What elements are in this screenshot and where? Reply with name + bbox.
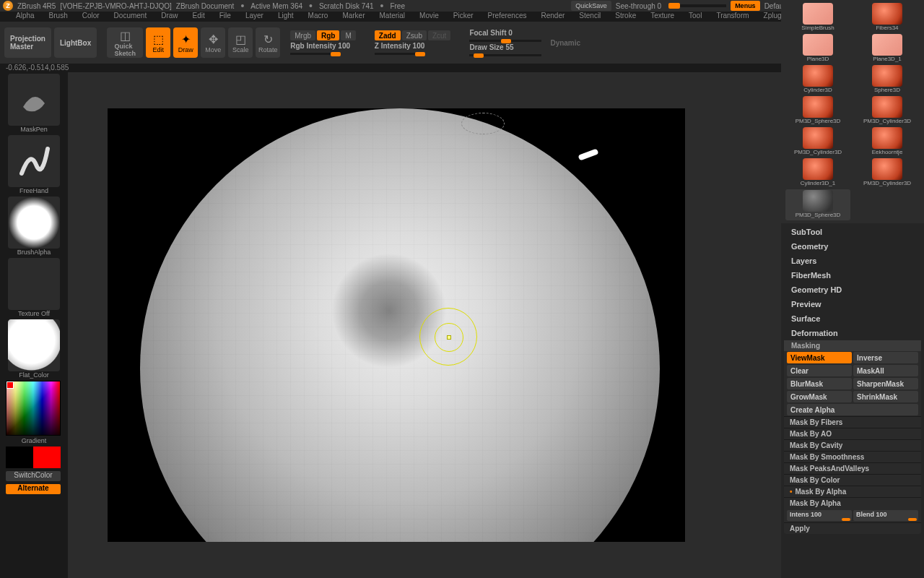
menu-preferences[interactable]: Preferences — [481, 12, 534, 22]
menu-edit[interactable]: Edit — [186, 12, 212, 22]
lightbox-button[interactable]: LightBox — [54, 27, 97, 58]
m-chip[interactable]: M — [341, 30, 355, 40]
clear-button[interactable]: Clear — [787, 365, 852, 376]
menu-transform[interactable]: Transform — [709, 12, 756, 22]
z-intensity-slider[interactable] — [375, 53, 425, 55]
maskall-button[interactable]: MaskAll — [853, 365, 918, 376]
tool-pm3d_cylinder3d[interactable]: PM3D_Cylinder3D — [785, 127, 850, 157]
quicksave-button[interactable]: QuickSave — [571, 1, 611, 11]
section-subtool[interactable]: SubTool — [781, 225, 924, 239]
draw-size-label[interactable]: Draw Size 55 — [469, 43, 541, 51]
createalpha-button[interactable]: Create Alpha — [787, 404, 918, 415]
shrinkmask-button[interactable]: ShrinkMask — [853, 391, 918, 402]
blend-slider[interactable]: Blend 100 — [853, 510, 918, 521]
apply-button[interactable]: Apply — [784, 522, 921, 534]
tool-cylinder3d[interactable]: Cylinder3D — [785, 65, 850, 95]
draw-button[interactable]: ✦Draw — [173, 27, 198, 58]
section-deformation[interactable]: Deformation — [781, 326, 924, 340]
menus-button[interactable]: Menus — [731, 1, 760, 11]
menu-alpha[interactable]: Alpha — [9, 12, 42, 22]
mask-option[interactable]: Mask By Cavity — [784, 439, 921, 451]
edit-button[interactable]: ⬚Edit — [146, 27, 170, 58]
menu-file[interactable]: File — [212, 12, 238, 22]
material-thumb[interactable] — [8, 319, 60, 371]
tool-plane3d_1[interactable]: Plane3D_1 — [855, 34, 920, 64]
menu-draw[interactable]: Draw — [154, 12, 185, 22]
tool-fibers34[interactable]: Fibers34 — [855, 3, 920, 33]
tool-plane3d[interactable]: Plane3D — [785, 34, 850, 64]
menu-light[interactable]: Light — [271, 12, 301, 22]
menu-color[interactable]: Color — [75, 12, 107, 22]
zcut-chip[interactable]: Zcut — [428, 30, 450, 40]
viewport[interactable] — [68, 72, 894, 578]
mask-option[interactable]: Mask By Alpha — [784, 486, 921, 497]
section-geometryhd[interactable]: Geometry HD — [781, 282, 924, 297]
swatch-black[interactable] — [6, 447, 33, 468]
menu-document[interactable]: Document — [107, 12, 154, 22]
alpha-thumb[interactable] — [8, 197, 60, 249]
tool-eekhoorntje[interactable]: Eekhoorntje — [855, 127, 920, 157]
sharpenmask-button[interactable]: SharpenMask — [853, 378, 918, 389]
mask-option[interactable]: Mask By Fibers — [784, 416, 921, 428]
brush-thumb[interactable] — [8, 74, 60, 126]
mrgb-chip[interactable]: Mrgb — [290, 30, 315, 40]
rotate-button[interactable]: ↻Rotate — [256, 27, 280, 58]
menu-movie[interactable]: Movie — [412, 12, 446, 22]
gradient-label[interactable]: Gradient — [6, 437, 62, 445]
section-preview[interactable]: Preview — [781, 297, 924, 311]
focal-shift-slider[interactable] — [469, 40, 541, 42]
scale-button[interactable]: ◰Scale — [228, 27, 253, 58]
menu-marker[interactable]: Marker — [335, 12, 372, 22]
inverse-button[interactable]: Inverse — [853, 352, 918, 363]
stroke-thumb[interactable] — [8, 135, 60, 187]
zadd-chip[interactable]: Zadd — [375, 30, 401, 40]
menu-macro[interactable]: Macro — [301, 12, 336, 22]
seethrough-slider[interactable] — [668, 4, 726, 7]
menu-stroke[interactable]: Stroke — [608, 12, 643, 22]
move-button[interactable]: ✥Move — [201, 27, 225, 58]
switchcolor-button[interactable]: SwitchColor — [6, 471, 61, 481]
texture-thumb[interactable] — [8, 258, 60, 310]
section-fibermesh[interactable]: FiberMesh — [781, 268, 924, 282]
rgb-intensity-label[interactable]: Rgb Intensity 100 — [290, 42, 356, 50]
menu-material[interactable]: Material — [372, 12, 413, 22]
menu-picker[interactable]: Picker — [446, 12, 481, 22]
swatch-red[interactable] — [33, 447, 61, 468]
menu-brush[interactable]: Brush — [42, 12, 75, 22]
menu-render[interactable]: Render — [534, 12, 572, 22]
section-layers[interactable]: Layers — [781, 254, 924, 268]
tool-sphere3d[interactable]: Sphere3D — [855, 65, 920, 95]
section-geometry[interactable]: Geometry — [781, 239, 924, 254]
menu-stencil[interactable]: Stencil — [572, 12, 608, 22]
projection-master-button[interactable]: Projection Master — [4, 27, 51, 58]
color-picker[interactable] — [6, 381, 61, 436]
alternate-button[interactable]: Alternate — [6, 484, 61, 494]
tool-cylinder3d_1[interactable]: Cylinder3D_1 — [785, 158, 850, 188]
intens-slider[interactable]: Intens 100 — [787, 510, 852, 521]
tool-pm3d_sphere3d[interactable]: PM3D_Sphere3D — [785, 189, 850, 220]
mask-option[interactable]: Mask By Alpha — [784, 497, 921, 509]
dynamic-label[interactable]: Dynamic — [550, 39, 580, 47]
blurmask-button[interactable]: BlurMask — [787, 378, 852, 389]
rgb-chip[interactable]: Rgb — [317, 30, 339, 40]
menu-tool[interactable]: Tool — [681, 12, 709, 22]
rgb-intensity-slider[interactable] — [290, 53, 341, 55]
mask-option[interactable]: Mask By Smoothness — [784, 451, 921, 462]
menu-layer[interactable]: Layer — [238, 12, 271, 22]
draw-size-slider[interactable] — [469, 54, 541, 56]
section-surface[interactable]: Surface — [781, 311, 924, 326]
tool-pm3d_cylinder3d[interactable]: PM3D_Cylinder3D — [855, 96, 920, 126]
tool-pm3d_sphere3d[interactable]: PM3D_Sphere3D — [785, 96, 850, 126]
mask-option[interactable]: Mask By Color — [784, 474, 921, 486]
masking-header[interactable]: Masking — [784, 340, 921, 351]
quicksketch-button[interactable]: ◫Quick Sketch — [107, 27, 143, 58]
tool-simplebrush[interactable]: SimpleBrush — [785, 3, 850, 33]
zsub-chip[interactable]: Zsub — [402, 30, 427, 40]
mask-option[interactable]: Mask PeaksAndValleys — [784, 462, 921, 474]
menu-texture[interactable]: Texture — [643, 12, 681, 22]
tool-pm3d_cylinder3d[interactable]: PM3D_Cylinder3D — [855, 158, 920, 188]
mask-option[interactable]: Mask By AO — [784, 428, 921, 439]
viewmask-button[interactable]: ViewMask — [787, 352, 852, 363]
z-intensity-label[interactable]: Z Intensity 100 — [375, 42, 451, 50]
focal-shift-label[interactable]: Focal Shift 0 — [469, 29, 541, 37]
